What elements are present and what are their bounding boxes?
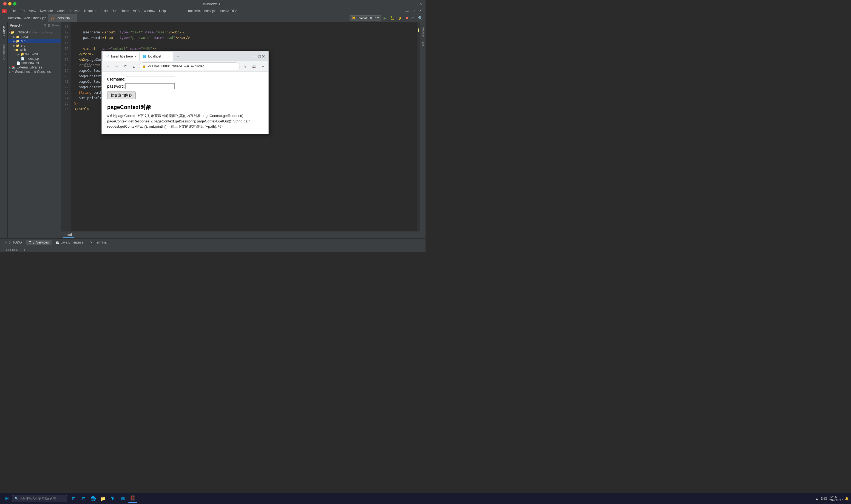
menu-view[interactable]: View — [28, 8, 38, 14]
tab-java-enterprise[interactable]: ☕ Java Enterprise — [53, 240, 86, 245]
sidebar-tab-ant[interactable]: Ant — [421, 40, 425, 48]
browser-tab-insert-title[interactable]: 📄 Insert title here ✕ — [103, 52, 139, 61]
menu-tools[interactable]: Tools — [120, 8, 131, 14]
tree-item-iml[interactable]: 📄 untitled4.iml — [8, 61, 61, 65]
tree-item-indexjsp[interactable]: 📄 index.jsp — [8, 56, 61, 61]
browser-tab-close-1[interactable]: ✕ — [134, 55, 137, 58]
browser-tab-localhost[interactable]: 🌐 localhost ✕ — [140, 52, 173, 61]
win-close[interactable]: ✕ — [419, 2, 422, 6]
sidebar-tab-project[interactable]: 1: Project — [1, 24, 6, 41]
menu-refactor[interactable]: Refactor — [83, 8, 98, 14]
username-input[interactable] — [126, 76, 175, 82]
reader-mode-icon[interactable]: 📖 — [250, 62, 257, 70]
address-lock-icon: 🔒 — [142, 65, 146, 68]
minimize-button[interactable] — [8, 2, 12, 5]
search-icon[interactable]: 🔍 — [417, 15, 424, 21]
menu-vcs[interactable]: VCS — [131, 8, 141, 14]
submit-button[interactable]: 提交查询内容 — [107, 91, 136, 99]
address-bar[interactable]: 🔒 localhost:8080/untitled4_war_exploded.… — [139, 62, 240, 70]
win-close-btn[interactable]: ✕ — [418, 8, 423, 13]
tab-close-button[interactable]: ✕ — [71, 16, 73, 19]
tree-item-idea[interactable]: ▶ 📁 .idea — [8, 35, 61, 39]
browser-minimize[interactable]: — — [254, 54, 257, 59]
tree-item-scratches[interactable]: ▶ ✏ Scratches and Consoles — [8, 70, 61, 74]
menu-build[interactable]: Build — [99, 8, 109, 14]
sidebar-tab-database[interactable]: Database — [421, 24, 425, 39]
srv-expand-icon[interactable]: ⊞ — [12, 248, 15, 252]
maximize-button[interactable] — [13, 2, 16, 5]
srv-layout-icon[interactable]: ⊡ — [20, 248, 22, 252]
project-panel: Project ▾ ⚙ ⊞ ⚙ — ▾ 📁 untitled4 C:\Users… — [8, 22, 61, 238]
tree-arrow-scratches[interactable]: ▶ — [9, 70, 11, 73]
tree-item-web[interactable]: ▾ 📁 web — [8, 48, 61, 52]
menu-edit[interactable]: Edit — [18, 8, 27, 14]
win-maximize[interactable]: □ — [416, 2, 418, 6]
settings-icon[interactable]: ⚙ — [410, 15, 416, 21]
browser-tab-close-2[interactable]: ✕ — [168, 55, 170, 58]
menu-window[interactable]: Window — [142, 8, 157, 14]
tree-item-untitled4[interactable]: ▾ 📁 untitled4 C:\Users\baolirong\... — [8, 30, 61, 35]
srv-filter-icon[interactable]: ⊾ — [16, 248, 19, 252]
close-button[interactable] — [3, 2, 6, 5]
menu-file[interactable]: File — [9, 8, 17, 14]
nav-refresh-button[interactable]: ↺ — [121, 62, 129, 70]
coverage-icon[interactable]: ⚡ — [397, 15, 403, 21]
menu-analyze[interactable]: Analyze — [67, 8, 82, 14]
breadcrumb-untitled4[interactable]: untitled4 — [8, 16, 21, 20]
nav-back-icon[interactable]: ← — [2, 16, 7, 20]
jsp-file-icon: 📄 — [21, 57, 25, 60]
tree-arrow-webinf[interactable]: ▶ — [18, 53, 20, 56]
tree-arrow-ext[interactable]: ▶ — [9, 66, 11, 69]
srv-refresh-icon[interactable]: ↺ — [4, 248, 7, 252]
srv-collapse-icon[interactable]: ⊟ — [8, 248, 11, 252]
nav-forward-button[interactable]: → — [113, 62, 120, 70]
tab-services[interactable]: ⚙ 8: Services — [26, 240, 52, 245]
panel-title: Project ▾ — [10, 23, 22, 28]
panel-gear-icon[interactable]: ⚙ — [51, 23, 54, 28]
browser-close[interactable]: ✕ — [262, 54, 265, 59]
menu-help[interactable]: Help — [157, 8, 168, 14]
srv-add-icon[interactable]: + — [23, 248, 25, 252]
nav-back-button[interactable]: ← — [104, 62, 111, 70]
bottom-tab-html[interactable]: html — [63, 232, 74, 238]
tree-arrow-src[interactable]: ▶ — [13, 44, 15, 47]
project-tree: ▾ 📁 untitled4 C:\Users\baolirong\... ▶ 📁… — [8, 29, 61, 238]
tree-item-ext-libs[interactable]: ▶ 📚 External Libraries — [8, 65, 61, 70]
tree-arrow-web[interactable]: ▾ — [13, 49, 15, 52]
out-folder-icon: 📁 — [16, 39, 20, 43]
panel-dropdown-icon[interactable]: ▾ — [21, 24, 22, 27]
menu-run[interactable]: Run — [110, 8, 119, 14]
run-icon[interactable]: ▶ — [382, 15, 388, 21]
breadcrumb-web[interactable]: web — [24, 16, 30, 20]
browser-maximize[interactable]: □ — [259, 54, 261, 59]
breadcrumb-file[interactable]: index.jsp — [33, 16, 46, 20]
sidebar-tab-structure[interactable]: 2: Structure — [1, 42, 6, 62]
bookmark-icon[interactable]: ☆ — [241, 62, 249, 70]
tree-arrow-idea[interactable]: ▶ — [13, 35, 15, 38]
panel-close-icon[interactable]: — — [55, 23, 59, 28]
win-minimize[interactable]: — — [411, 2, 414, 6]
bottom-tabs-bar: ✓ 6: TODO ⚙ 8: Services ☕ Java Enterpris… — [0, 238, 426, 246]
tree-arrow-untitled4[interactable]: ▾ — [9, 31, 10, 34]
run-config-button[interactable]: 🐱 Tomcat 9.0.37 ▾ — [350, 15, 381, 20]
editor-tab-active[interactable]: jsp index.jsp ✕ — [48, 14, 77, 22]
new-tab-button[interactable]: + — [174, 52, 181, 61]
menu-code[interactable]: Code — [55, 8, 66, 14]
menu-navigate[interactable]: Navigate — [38, 8, 55, 14]
panel-layout-icon[interactable]: ⊞ — [48, 23, 50, 28]
tree-item-out[interactable]: ▶ 📁 out — [8, 39, 61, 43]
more-options-icon[interactable]: ⋯ — [259, 62, 266, 70]
tree-item-src[interactable]: ▶ 📁 src — [8, 43, 61, 48]
nav-home-button[interactable]: ⌂ — [130, 62, 138, 70]
tab-todo[interactable]: ✓ 6: TODO — [2, 240, 25, 245]
win-max-btn[interactable]: □ — [411, 9, 416, 13]
stop-icon[interactable]: ■ — [405, 15, 409, 21]
tree-item-webinf[interactable]: ▶ 📁 WEB-INF — [8, 52, 61, 56]
ext-libs-icon: 📚 — [12, 66, 15, 69]
debug-icon[interactable]: 🐛 — [389, 15, 396, 21]
win-min-btn[interactable]: — — [404, 9, 410, 13]
panel-settings-icon[interactable]: ⚙ — [43, 23, 46, 28]
tree-arrow-out[interactable]: ▶ — [13, 40, 15, 43]
tab-terminal[interactable]: >_ Terminal — [87, 240, 110, 245]
password-input[interactable] — [125, 83, 175, 89]
